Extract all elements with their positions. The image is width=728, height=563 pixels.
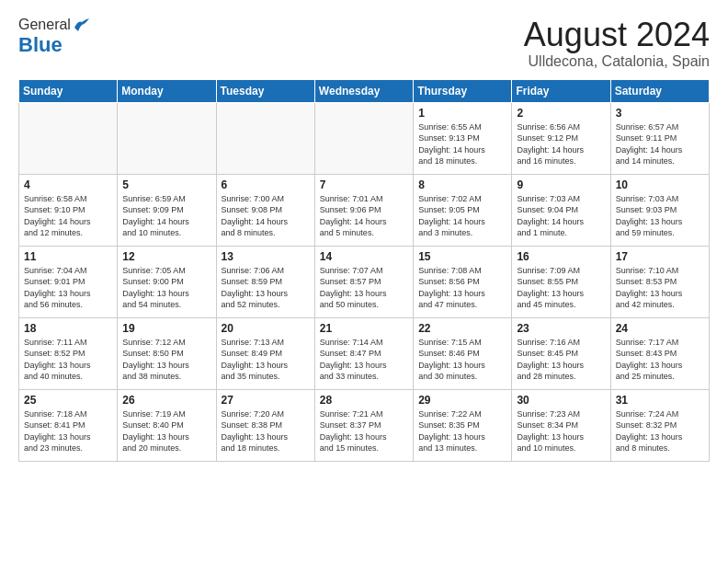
logo: General Blue — [18, 17, 89, 57]
day-info: Sunrise: 7:08 AM Sunset: 8:56 PM Dayligh… — [418, 265, 506, 311]
day-cell: 15Sunrise: 7:08 AM Sunset: 8:56 PM Dayli… — [414, 246, 512, 317]
logo-bird-icon — [73, 18, 89, 31]
col-wednesday: Wednesday — [314, 79, 413, 102]
day-info: Sunrise: 7:11 AM Sunset: 8:52 PM Dayligh… — [24, 337, 112, 383]
title-area: August 2024 Ulldecona, Catalonia, Spain — [524, 17, 710, 70]
day-cell: 9Sunrise: 7:03 AM Sunset: 9:04 PM Daylig… — [512, 174, 610, 246]
day-cell — [216, 102, 314, 174]
col-tuesday: Tuesday — [216, 79, 314, 102]
day-number: 26 — [122, 394, 210, 407]
day-cell: 13Sunrise: 7:06 AM Sunset: 8:59 PM Dayli… — [216, 246, 314, 317]
day-cell: 28Sunrise: 7:21 AM Sunset: 8:37 PM Dayli… — [314, 389, 413, 461]
header: General Blue August 2024 Ulldecona, Cata… — [18, 17, 710, 70]
day-info: Sunrise: 7:24 AM Sunset: 8:32 PM Dayligh… — [616, 408, 704, 454]
day-number: 31 — [616, 394, 704, 407]
day-number: 20 — [222, 322, 310, 335]
day-info: Sunrise: 7:15 AM Sunset: 8:46 PM Dayligh… — [418, 337, 506, 383]
col-saturday: Saturday — [610, 79, 709, 102]
day-cell: 2Sunrise: 6:56 AM Sunset: 9:12 PM Daylig… — [512, 102, 610, 174]
day-cell — [19, 102, 118, 174]
day-cell: 12Sunrise: 7:05 AM Sunset: 9:00 PM Dayli… — [118, 246, 216, 317]
day-number: 21 — [320, 322, 408, 335]
day-cell: 26Sunrise: 7:19 AM Sunset: 8:40 PM Dayli… — [118, 389, 216, 461]
day-cell: 19Sunrise: 7:12 AM Sunset: 8:50 PM Dayli… — [118, 317, 216, 389]
day-cell: 8Sunrise: 7:02 AM Sunset: 9:05 PM Daylig… — [414, 174, 512, 246]
day-info: Sunrise: 7:10 AM Sunset: 8:53 PM Dayligh… — [616, 265, 704, 311]
day-info: Sunrise: 7:09 AM Sunset: 8:55 PM Dayligh… — [517, 265, 605, 311]
day-info: Sunrise: 7:19 AM Sunset: 8:40 PM Dayligh… — [122, 408, 210, 454]
day-cell: 18Sunrise: 7:11 AM Sunset: 8:52 PM Dayli… — [19, 317, 118, 389]
day-info: Sunrise: 7:05 AM Sunset: 9:00 PM Dayligh… — [122, 265, 210, 311]
week-row-4: 25Sunrise: 7:18 AM Sunset: 8:41 PM Dayli… — [19, 389, 710, 461]
day-number: 23 — [517, 322, 605, 335]
day-cell: 10Sunrise: 7:03 AM Sunset: 9:03 PM Dayli… — [610, 174, 709, 246]
day-info: Sunrise: 7:14 AM Sunset: 8:47 PM Dayligh… — [320, 337, 408, 383]
week-row-2: 11Sunrise: 7:04 AM Sunset: 9:01 PM Dayli… — [19, 246, 710, 317]
day-info: Sunrise: 7:03 AM Sunset: 9:03 PM Dayligh… — [616, 193, 704, 239]
day-number: 22 — [418, 322, 506, 335]
day-number: 27 — [222, 394, 310, 407]
col-friday: Friday — [512, 79, 610, 102]
day-number: 18 — [24, 322, 112, 335]
day-number: 16 — [517, 250, 605, 263]
day-info: Sunrise: 6:57 AM Sunset: 9:11 PM Dayligh… — [616, 121, 704, 167]
day-info: Sunrise: 7:21 AM Sunset: 8:37 PM Dayligh… — [320, 408, 408, 454]
day-cell: 3Sunrise: 6:57 AM Sunset: 9:11 PM Daylig… — [610, 102, 709, 174]
col-monday: Monday — [118, 79, 216, 102]
day-number: 7 — [320, 178, 408, 191]
day-number: 6 — [222, 178, 310, 191]
day-cell — [314, 102, 413, 174]
col-sunday: Sunday — [19, 79, 118, 102]
day-cell: 21Sunrise: 7:14 AM Sunset: 8:47 PM Dayli… — [314, 317, 413, 389]
day-number: 28 — [320, 394, 408, 407]
day-number: 24 — [616, 322, 704, 335]
day-info: Sunrise: 7:12 AM Sunset: 8:50 PM Dayligh… — [122, 337, 210, 383]
day-info: Sunrise: 7:13 AM Sunset: 8:49 PM Dayligh… — [222, 337, 310, 383]
logo-blue-text: Blue — [18, 33, 63, 56]
day-info: Sunrise: 6:55 AM Sunset: 9:13 PM Dayligh… — [418, 121, 506, 167]
day-cell: 4Sunrise: 6:58 AM Sunset: 9:10 PM Daylig… — [19, 174, 118, 246]
day-number: 13 — [222, 250, 310, 263]
day-cell: 31Sunrise: 7:24 AM Sunset: 8:32 PM Dayli… — [610, 389, 709, 461]
day-number: 17 — [616, 250, 704, 263]
day-info: Sunrise: 6:58 AM Sunset: 9:10 PM Dayligh… — [24, 193, 112, 239]
day-number: 3 — [616, 107, 704, 120]
day-number: 29 — [418, 394, 506, 407]
day-cell: 17Sunrise: 7:10 AM Sunset: 8:53 PM Dayli… — [610, 246, 709, 317]
day-cell: 6Sunrise: 7:00 AM Sunset: 9:08 PM Daylig… — [216, 174, 314, 246]
week-row-3: 18Sunrise: 7:11 AM Sunset: 8:52 PM Dayli… — [19, 317, 710, 389]
day-info: Sunrise: 7:06 AM Sunset: 8:59 PM Dayligh… — [222, 265, 310, 311]
day-number: 15 — [418, 250, 506, 263]
day-info: Sunrise: 7:00 AM Sunset: 9:08 PM Dayligh… — [222, 193, 310, 239]
day-cell: 7Sunrise: 7:01 AM Sunset: 9:06 PM Daylig… — [314, 174, 413, 246]
day-number: 4 — [24, 178, 112, 191]
col-thursday: Thursday — [414, 79, 512, 102]
day-number: 25 — [24, 394, 112, 407]
day-number: 5 — [122, 178, 210, 191]
day-cell: 27Sunrise: 7:20 AM Sunset: 8:38 PM Dayli… — [216, 389, 314, 461]
day-cell: 24Sunrise: 7:17 AM Sunset: 8:43 PM Dayli… — [610, 317, 709, 389]
day-info: Sunrise: 6:56 AM Sunset: 9:12 PM Dayligh… — [517, 121, 605, 167]
week-row-0: 1Sunrise: 6:55 AM Sunset: 9:13 PM Daylig… — [19, 102, 710, 174]
day-number: 12 — [122, 250, 210, 263]
day-cell: 14Sunrise: 7:07 AM Sunset: 8:57 PM Dayli… — [314, 246, 413, 317]
day-number: 30 — [517, 394, 605, 407]
day-cell: 16Sunrise: 7:09 AM Sunset: 8:55 PM Dayli… — [512, 246, 610, 317]
day-number: 11 — [24, 250, 112, 263]
day-number: 14 — [320, 250, 408, 263]
day-number: 10 — [616, 178, 704, 191]
day-number: 8 — [418, 178, 506, 191]
day-number: 2 — [517, 107, 605, 120]
day-info: Sunrise: 7:02 AM Sunset: 9:05 PM Dayligh… — [418, 193, 506, 239]
day-cell: 23Sunrise: 7:16 AM Sunset: 8:45 PM Dayli… — [512, 317, 610, 389]
day-number: 1 — [418, 107, 506, 120]
day-info: Sunrise: 7:03 AM Sunset: 9:04 PM Dayligh… — [517, 193, 605, 239]
day-info: Sunrise: 6:59 AM Sunset: 9:09 PM Dayligh… — [122, 193, 210, 239]
month-title: August 2024 — [524, 17, 710, 53]
logo-general-text: General — [18, 17, 71, 33]
day-cell: 20Sunrise: 7:13 AM Sunset: 8:49 PM Dayli… — [216, 317, 314, 389]
day-number: 9 — [517, 178, 605, 191]
day-cell: 5Sunrise: 6:59 AM Sunset: 9:09 PM Daylig… — [118, 174, 216, 246]
day-cell: 1Sunrise: 6:55 AM Sunset: 9:13 PM Daylig… — [414, 102, 512, 174]
day-info: Sunrise: 7:17 AM Sunset: 8:43 PM Dayligh… — [616, 337, 704, 383]
